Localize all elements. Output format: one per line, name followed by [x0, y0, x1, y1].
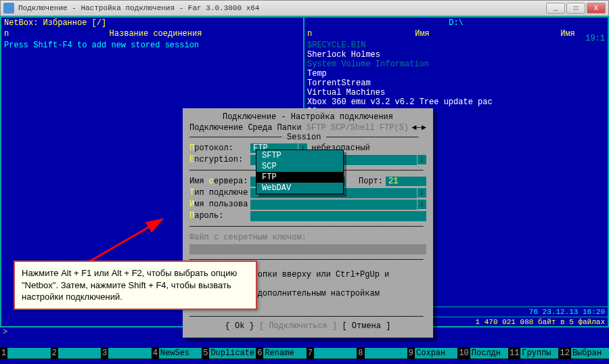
hint-text: Press Shift-F4 to add new stored session — [1, 39, 303, 51]
close-button[interactable]: X — [587, 3, 606, 14]
tab-arrows-icon[interactable]: ◄─► — [411, 123, 426, 133]
fkey-7[interactable]: 7 — [307, 347, 357, 359]
pass-label: Пароль: — [189, 211, 250, 221]
host-label: Имя сервера: — [189, 177, 250, 186]
col-name: Название соединения — [11, 29, 300, 39]
user-input[interactable] — [250, 200, 417, 210]
window-title: Подключение - Настройка подключения - Fa… — [18, 4, 545, 12]
instruction-tooltip: Нажмите Alt + F1 или Alt + F2, чтобы выб… — [14, 260, 257, 310]
dialog-title: Подключение - Настройка подключения — [189, 112, 426, 122]
function-keys: 1234NewSes5Duplicate6Rename789Сохран10По… — [0, 347, 609, 359]
left-panel-title: NetBox: Избранное [/] — [4, 18, 106, 28]
port-label: Порт: — [359, 177, 383, 186]
ok-button[interactable]: { Ok } — [225, 321, 254, 331]
dropdown-option[interactable]: SFTP — [256, 150, 343, 161]
right-panel-title: D:\ — [449, 18, 464, 28]
tabs-inactive[interactable]: SFTP SCP/Shell FTP(S) — [302, 123, 409, 133]
size-summary: 1 470 021 088 байт в 5 файлах — [476, 318, 605, 326]
fkey-5[interactable]: 5Duplicate — [202, 347, 256, 359]
fkey-6[interactable]: 6Rename — [256, 347, 307, 359]
pass-input[interactable] — [250, 211, 426, 221]
app-icon — [3, 3, 14, 14]
dropdown-option[interactable]: WebDAV — [256, 183, 343, 194]
fkey-1[interactable]: 1 — [0, 347, 51, 359]
col-n: n — [307, 29, 314, 39]
dropdown-option[interactable]: FTP — [256, 172, 343, 183]
protocol-dropdown[interactable]: SFTPSCPFTPWebDAV — [256, 150, 344, 194]
dialog-buttons: { Ok } [ Подключиться ] [ Отмена ] — [189, 321, 426, 331]
col-n: n — [4, 29, 11, 39]
list-item[interactable]: Sherlock Holmes — [307, 50, 605, 60]
fkey-3[interactable]: 3 — [101, 347, 152, 359]
dropdown-arrow-icon[interactable]: ↓ — [418, 188, 426, 198]
dropdown-option[interactable]: SCP — [256, 161, 343, 172]
far-body: 19:1 NetBox: Избранное [/] n Название со… — [0, 16, 609, 347]
fkey-9[interactable]: 9Сохран — [407, 347, 458, 359]
protocol-label: Протокол: — [189, 143, 250, 153]
tabs-active[interactable]: Подключение Среда Папки — [189, 123, 302, 133]
col-name2: Имя — [531, 29, 605, 39]
separator: ────────────────────────────────────────… — [189, 312, 426, 321]
dropdown-arrow-icon[interactable]: ↓ — [418, 155, 426, 164]
fkey-11[interactable]: 11Группы — [508, 347, 559, 359]
dialog-tabs[interactable]: Подключение Среда Папки SFTP SCP/Shell F… — [189, 123, 426, 133]
list-item[interactable]: Temp — [307, 69, 605, 78]
list-item[interactable]: TorrentStream — [307, 78, 605, 88]
file-date: 76 23.12.13 16:20 — [529, 308, 605, 316]
list-item[interactable]: Virtual Machines — [307, 88, 605, 97]
conntype-label: Тип подключе — [189, 188, 250, 198]
minimize-button[interactable]: _ — [546, 3, 565, 14]
port-input[interactable]: 21 — [386, 177, 426, 186]
user-label: Имя пользова — [189, 200, 250, 209]
encryption-label: Encryption: — [189, 155, 250, 164]
list-item[interactable]: Xbox 360 emu v3.2 v6.2 Tree update pac — [307, 97, 605, 107]
fkey-8[interactable]: 8 — [357, 347, 407, 359]
fkey-2[interactable]: 2 — [51, 347, 102, 359]
keyfile-input — [189, 244, 426, 254]
separator: ────────────────────────────────────────… — [189, 222, 426, 231]
connect-button: [ Подключиться ] — [259, 321, 337, 331]
col-name: Имя — [314, 29, 531, 39]
fkey-12[interactable]: 12Выбран — [558, 347, 609, 359]
dropdown-arrow-icon[interactable]: ↓ — [418, 200, 426, 209]
list-item[interactable]: System Volume Information — [307, 60, 605, 69]
keyfile-label: Файл с секретным ключом: — [189, 233, 307, 242]
maximize-button[interactable]: ☐ — [566, 3, 585, 14]
fkey-4[interactable]: 4NewSes — [152, 347, 202, 359]
separator: ─────────────────── Session ────────────… — [189, 133, 426, 142]
fkey-10[interactable]: 10Послдн — [457, 347, 508, 359]
cancel-button[interactable]: [ Отмена ] — [342, 321, 390, 331]
window-titlebar: Подключение - Настройка подключения - Fa… — [0, 0, 609, 16]
list-item[interactable]: $RECYCLE.BIN — [307, 41, 605, 50]
